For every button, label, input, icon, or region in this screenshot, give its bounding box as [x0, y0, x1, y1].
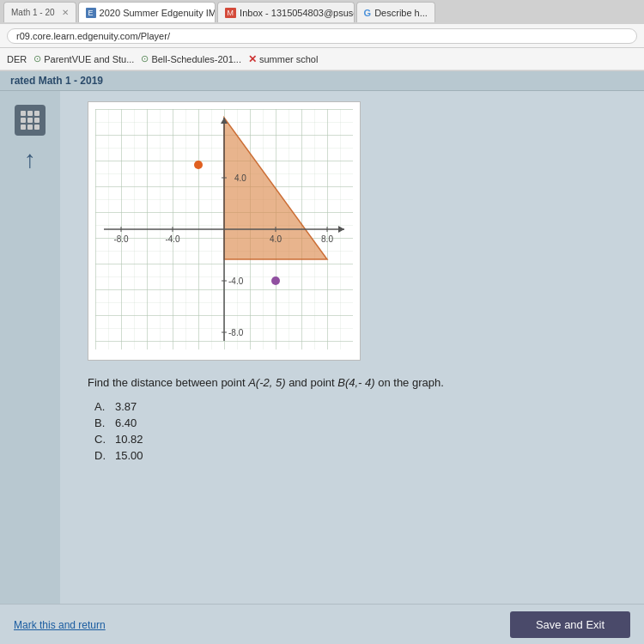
question-prefix: Find the distance between point	[88, 376, 248, 389]
calc-grid	[21, 111, 39, 130]
address-text: r09.core.learn.edgenuity.com/Player/	[16, 31, 170, 41]
content-panel: ↑	[0, 91, 644, 604]
bookmark-parentvue-label: ParentVUE and Stu...	[44, 54, 134, 64]
label-x-pos4: 4.0	[270, 234, 282, 244]
bookmark-parentvue[interactable]: ⊙ ParentVUE and Stu...	[33, 53, 134, 64]
calculator-icon[interactable]	[15, 105, 46, 136]
answer-d-value: 15.00	[115, 449, 143, 462]
label-y-neg4: -4.0	[228, 276, 244, 286]
answer-c-letter: C.	[94, 433, 108, 446]
label-x-pos8: 8.0	[321, 234, 333, 244]
tab-edgenuity-label: 2020 Summer Edgenuity IM1	[100, 8, 216, 18]
label-y-pos4: 4.0	[234, 173, 246, 183]
bookmark-bell-label: Bell-Schedules-201...	[151, 54, 241, 64]
answer-a[interactable]: A. 3.87	[94, 400, 634, 413]
question-area: -8.0 -4.0 4.0 8.0 4.0	[60, 91, 644, 604]
answer-c[interactable]: C. 10.82	[94, 433, 634, 446]
point-b	[271, 276, 280, 285]
save-exit-button[interactable]: Save and Exit	[510, 611, 630, 638]
bookmark-summer-label: summer schol	[259, 54, 318, 64]
answer-a-letter: A.	[94, 400, 108, 413]
bookmark-der-label: DER	[7, 54, 27, 64]
bottom-bar: Mark this and return Save and Exit	[0, 604, 644, 644]
answer-b[interactable]: B. 6.40	[94, 416, 634, 429]
question-text: Find the distance between point A(-2, 5)…	[70, 374, 634, 392]
bookmark-parentvue-icon: ⊙	[33, 53, 41, 64]
main-content: rated Math 1 - 2019 ↑	[0, 71, 644, 644]
tab-inbox[interactable]: M Inbox - 1315054803@psusd.us ✕	[217, 2, 355, 22]
bookmark-der[interactable]: DER	[7, 54, 27, 64]
bookmark-bell[interactable]: ⊙ Bell-Schedules-201...	[141, 53, 241, 64]
answer-b-letter: B.	[94, 416, 108, 429]
arrow-up-icon[interactable]: ↑	[24, 146, 36, 173]
coordinate-graph: -8.0 -4.0 4.0 8.0 4.0	[95, 109, 353, 349]
answer-c-value: 10.82	[115, 433, 143, 446]
tab-google-label: Describe h...	[374, 8, 428, 18]
browser-chrome: Math 1 - 20 ✕ E 2020 Summer Edgenuity IM…	[0, 0, 644, 71]
label-x-neg8: -8.0	[113, 234, 129, 244]
answer-choices: A. 3.87 B. 6.40 C. 10.82 D. 15.00	[70, 400, 634, 462]
tab-inbox-label: Inbox - 1315054803@psusd.us	[240, 8, 355, 18]
tab-google[interactable]: G Describe h...	[356, 2, 435, 22]
tab-math1-label: Math 1 - 20	[11, 8, 55, 17]
question-point-a: A(-2, 5)	[248, 376, 285, 389]
bookmark-summer-icon: ✕	[248, 53, 257, 65]
graph-container: -8.0 -4.0 4.0 8.0 4.0	[88, 101, 361, 361]
label-x-neg4: -4.0	[165, 234, 180, 244]
tab-edgenuity[interactable]: E 2020 Summer Edgenuity IM1 ✕	[78, 2, 216, 22]
tab-bar: Math 1 - 20 ✕ E 2020 Summer Edgenuity IM…	[0, 0, 644, 24]
tab-google-icon: G	[364, 8, 372, 18]
bookmark-summer[interactable]: ✕ summer schol	[248, 53, 318, 65]
address-bar-row: r09.core.learn.edgenuity.com/Player/	[0, 24, 644, 48]
answer-a-value: 3.87	[115, 400, 137, 413]
answer-d-letter: D.	[94, 449, 108, 462]
tab-math1[interactable]: Math 1 - 20 ✕	[3, 2, 76, 22]
tab-math1-close[interactable]: ✕	[62, 8, 69, 17]
tab-inbox-icon: M	[225, 8, 237, 18]
tab-edgenuity-icon: E	[86, 8, 96, 18]
question-point-b: B(4,- 4)	[337, 376, 374, 389]
point-a	[194, 161, 203, 169]
address-bar[interactable]: r09.core.learn.edgenuity.com/Player/	[7, 28, 637, 44]
question-end: on the graph.	[375, 376, 444, 389]
mark-return-link[interactable]: Mark this and return	[14, 619, 106, 631]
question-mid: and point	[286, 376, 338, 389]
answer-b-value: 6.40	[115, 416, 137, 429]
label-y-neg8: -8.0	[228, 328, 244, 337]
app-header: rated Math 1 - 2019	[0, 71, 644, 91]
app-title: rated Math 1 - 2019	[10, 75, 103, 87]
bookmark-bell-icon: ⊙	[141, 53, 149, 64]
left-sidebar: ↑	[0, 91, 60, 604]
answer-d[interactable]: D. 15.00	[94, 449, 634, 462]
bookmark-bar: DER ⊙ ParentVUE and Stu... ⊙ Bell-Schedu…	[0, 48, 644, 70]
